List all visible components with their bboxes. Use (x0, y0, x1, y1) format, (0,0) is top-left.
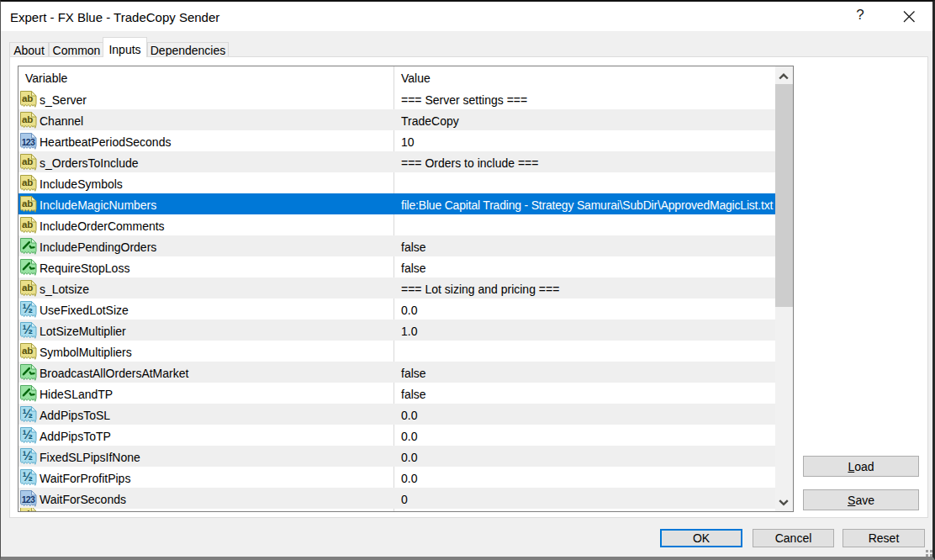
svg-text:ab: ab (22, 509, 33, 511)
svg-text:½: ½ (23, 322, 34, 336)
svg-text:ab: ab (22, 177, 33, 188)
svg-text:½: ½ (23, 448, 34, 462)
svg-text:123: 123 (22, 137, 35, 147)
svg-text:½: ½ (23, 406, 34, 420)
svg-text:123: 123 (22, 494, 35, 505)
svg-text:½: ½ (23, 469, 34, 483)
svg-text:ab: ab (22, 93, 33, 103)
svg-text:ab: ab (22, 346, 33, 356)
svg-text:ab: ab (22, 114, 33, 124)
svg-text:ab: ab (22, 283, 33, 293)
svg-text:ab: ab (22, 156, 33, 166)
svg-text:ab: ab (22, 198, 33, 209)
svg-text:ab: ab (22, 219, 33, 230)
svg-text:½: ½ (23, 427, 34, 441)
svg-text:½: ½ (23, 301, 34, 315)
